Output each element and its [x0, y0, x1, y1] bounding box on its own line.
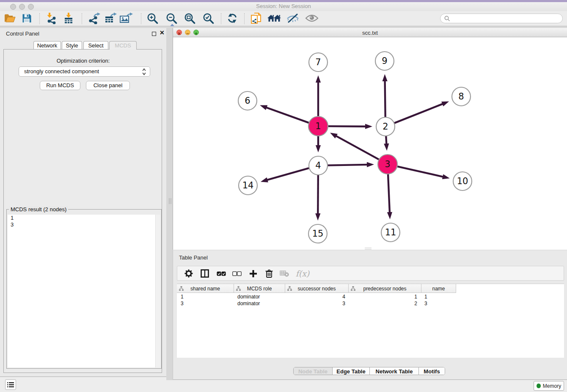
column-header-successor-nodes[interactable]: successor nodes: [285, 284, 349, 293]
zoom-out-icon[interactable]: [165, 12, 179, 25]
criterion-value: strongly connected component: [24, 68, 99, 75]
edge-arrow-4-14: [261, 177, 268, 182]
edge-2-8: [394, 104, 444, 124]
graph-node-label: 15: [312, 229, 324, 239]
zoom-in-icon[interactable]: [146, 12, 160, 25]
edge-arrow-3-1: [330, 133, 338, 138]
tab-network[interactable]: Network: [33, 41, 61, 49]
edge-2-3: [386, 135, 386, 145]
edge-arrow-4-3: [367, 162, 374, 167]
deselect-all-icon[interactable]: [231, 268, 243, 279]
memory-button[interactable]: Memory: [534, 381, 564, 391]
column-header-shared-name[interactable]: shared name: [177, 284, 234, 293]
edge-arrow-1-4: [316, 145, 321, 152]
memory-label: Memory: [543, 383, 561, 389]
table-cell[interactable]: dominator: [234, 300, 285, 307]
table-panel-title: Table Panel: [179, 254, 208, 261]
window-title: Session: New Session: [0, 3, 567, 9]
table-cell[interactable]: 4: [285, 293, 349, 300]
node-table: shared nameMCDS rolesuccessor nodesprede…: [177, 284, 564, 358]
column-header-MCDS-role[interactable]: MCDS role: [234, 284, 285, 293]
table-cell[interactable]: 1: [349, 293, 421, 300]
graph-node-label: 6: [245, 96, 250, 106]
table-settings-gear-icon[interactable]: [182, 268, 195, 279]
column-header-predecessor-nodes[interactable]: predecessor nodes: [349, 284, 421, 293]
splitter-grip[interactable]: [169, 198, 171, 204]
graph-node-label: 9: [382, 56, 387, 66]
import-network-icon[interactable]: [44, 12, 58, 25]
table-row[interactable]: 1dominator411: [177, 293, 456, 300]
copy-view-icon[interactable]: [249, 12, 263, 25]
mcds-result-box: MCDS result (2 nodes) 13: [6, 209, 162, 369]
network-canvas[interactable]: 7968124314101511: [173, 37, 567, 250]
table-cell[interactable]: 1: [177, 293, 234, 300]
network-title: scc.txt: [173, 30, 567, 36]
table-cell[interactable]: 2: [349, 300, 421, 307]
edge-arrow-3-11: [387, 212, 392, 219]
show-details-icon[interactable]: [305, 12, 319, 25]
canvas-resize-grip[interactable]: [365, 248, 372, 249]
table-tab-network-table[interactable]: Network Table: [370, 367, 419, 375]
delete-table-icon[interactable]: [278, 268, 291, 279]
result-item[interactable]: 1: [8, 215, 160, 221]
edge-arrow-2-8: [441, 101, 449, 106]
optimization-criterion-label: Optimization criterion:: [0, 58, 166, 64]
edge-arrow-1-7: [316, 75, 321, 83]
table-cell[interactable]: 1: [421, 293, 456, 300]
delete-row-icon[interactable]: [263, 268, 275, 279]
edge-4-3: [327, 165, 368, 166]
add-row-icon[interactable]: [247, 268, 259, 279]
control-panel: Control Panel ✕ NetworkStyleSelectMCDS O…: [0, 28, 166, 377]
search-icon: [444, 16, 450, 22]
search-input[interactable]: [440, 14, 563, 23]
criterion-dropdown[interactable]: strongly connected component: [19, 66, 150, 77]
import-table-icon[interactable]: [61, 12, 76, 25]
edge-arrow-4-15: [315, 213, 320, 221]
control-panel-float-icon[interactable]: [152, 32, 156, 36]
export-image-icon[interactable]: [119, 12, 133, 25]
column-header-name[interactable]: name: [421, 284, 456, 293]
graph-node-label: 4: [315, 160, 321, 171]
zoom-fit-icon[interactable]: [183, 12, 197, 25]
edge-arrow-3-10: [442, 174, 450, 179]
tab-select[interactable]: Select: [83, 41, 108, 49]
splitter-collapse-arrow[interactable]: [170, 24, 174, 26]
table-tab-motifs[interactable]: Motifs: [419, 367, 445, 375]
titlebar: Session: New Session: [0, 2, 567, 11]
run-mcds-button[interactable]: Run MCDS: [40, 81, 80, 90]
edge-3-11: [388, 173, 390, 213]
open-file-icon[interactable]: [3, 12, 17, 25]
edge-arrow-1-2: [365, 124, 372, 129]
table-tab-node-table[interactable]: Node Table: [294, 367, 333, 375]
graph-node-label: 8: [458, 91, 464, 102]
show-columns-icon[interactable]: [198, 268, 211, 279]
export-network-icon[interactable]: [87, 12, 102, 25]
control-panel-close-icon[interactable]: ✕: [160, 29, 165, 36]
home-layout-icon[interactable]: [267, 12, 281, 25]
table-tab-edge-table[interactable]: Edge Table: [333, 367, 370, 375]
table-cell[interactable]: 3: [421, 300, 456, 307]
zoom-selected-icon[interactable]: [201, 12, 216, 25]
function-builder-icon[interactable]: f(x): [294, 268, 311, 279]
save-icon[interactable]: [19, 12, 34, 25]
panel-list-button[interactable]: [5, 379, 16, 390]
mcds-result-list[interactable]: 13: [8, 215, 160, 367]
main-toolbar: [0, 11, 567, 26]
table-cell[interactable]: dominator: [234, 293, 285, 300]
table-row[interactable]: 3dominator323: [177, 300, 456, 307]
edge-arrow-2-9: [383, 74, 388, 81]
edge-3-1: [335, 135, 380, 160]
tab-mcds[interactable]: MCDS: [109, 41, 137, 50]
result-item[interactable]: 3: [8, 221, 160, 228]
close-panel-button[interactable]: Close panel: [86, 81, 130, 90]
table-cell[interactable]: 3: [285, 300, 349, 307]
select-all-icon[interactable]: [215, 268, 228, 279]
hide-details-icon[interactable]: [286, 12, 300, 25]
table-cell[interactable]: 3: [177, 300, 234, 307]
tab-style[interactable]: Style: [62, 41, 82, 49]
result-list-scrollbar[interactable]: [155, 215, 160, 367]
export-table-icon[interactable]: [103, 12, 118, 25]
application-window: Session: New Session: [0, 0, 567, 392]
graph-node-label: 11: [385, 227, 396, 237]
refresh-icon[interactable]: [225, 12, 239, 25]
